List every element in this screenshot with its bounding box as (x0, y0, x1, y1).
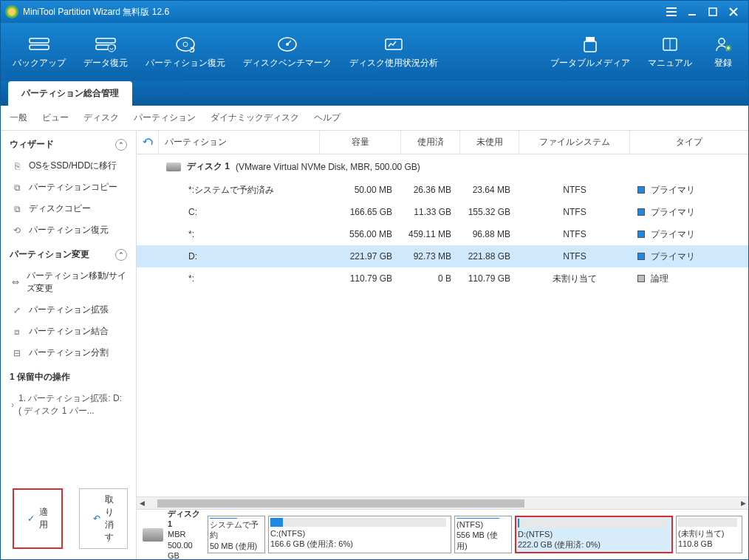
svg-rect-2 (30, 45, 49, 49)
col-filesystem[interactable]: ファイルシステム (519, 131, 630, 154)
main-toolbar: バックアップ データ復元 パーティション復元 ディスクベンチマーク ディスク使用… (1, 23, 748, 81)
bootable-media-button[interactable]: ブータブルメディア (541, 30, 639, 74)
type-color-icon (637, 186, 645, 194)
col-unused[interactable]: 未使用 (460, 131, 519, 154)
register-button[interactable]: 登録 (701, 30, 745, 74)
merge-icon: ⧈ (11, 326, 23, 338)
svg-rect-3 (96, 38, 115, 43)
sidebar-disk-copy[interactable]: ⧉ディスクコピー (1, 198, 136, 219)
partition-row[interactable]: D:221.97 GB92.73 MB221.88 GBNTFSプライマリ (137, 245, 748, 267)
arrow-icon: › (11, 400, 14, 410)
app-logo-icon (5, 5, 18, 18)
data-recovery-button[interactable]: データ復元 (75, 30, 137, 74)
svg-point-5 (108, 44, 115, 52)
diskmap-block[interactable]: (NTFS)556 MB (使用) (454, 516, 512, 553)
resize-icon: ⇔ (11, 276, 21, 288)
recovery-icon: ⟲ (11, 225, 23, 236)
sidebar-move-resize[interactable]: ⇔パーティション移動/サイズ変更 (1, 265, 136, 299)
grid-header: パーティション 容量 使用済 未使用 ファイルシステム タイプ (137, 131, 748, 154)
extend-icon: ⤢ (11, 304, 23, 316)
col-capacity[interactable]: 容量 (320, 131, 401, 154)
sidebar-extend[interactable]: ⤢パーティション拡張 (1, 299, 136, 321)
menu-icon[interactable] (661, 4, 682, 19)
apply-button[interactable]: ✓適用 (13, 488, 63, 549)
scroll-left-icon[interactable]: ◀ (137, 498, 147, 508)
manual-button[interactable]: マニュアル (639, 30, 701, 74)
check-icon: ✓ (27, 513, 35, 524)
svg-point-14 (719, 38, 725, 44)
col-type[interactable]: タイプ (630, 131, 748, 154)
chevron-up-icon: ⌃ (115, 249, 127, 261)
book-icon (659, 35, 681, 54)
split-icon: ⊟ (11, 347, 23, 359)
sidebar-merge[interactable]: ⧈パーティション結合 (1, 321, 136, 342)
partition-row[interactable]: C:166.65 GB11.33 GB155.32 GBNTFSプライマリ (137, 201, 748, 223)
disk-row[interactable]: ディスク 1 (VMware Virtual NVMe Disk, MBR, 5… (137, 154, 748, 179)
sidebar-partition-recovery[interactable]: ⟲パーティション復元 (1, 219, 136, 241)
backup-icon (28, 35, 50, 54)
menu-general[interactable]: 一般 (10, 112, 27, 124)
menu-help[interactable]: ヘルプ (314, 112, 341, 124)
svg-rect-1 (30, 38, 49, 43)
sidebar-partition-copy[interactable]: ⧉パーティションコピー (1, 177, 136, 198)
main-panel: パーティション 容量 使用済 未使用 ファイルシステム タイプ ディスク 1 (… (136, 131, 748, 559)
diskmap-block[interactable]: システムで予約50 MB (使用) (208, 516, 265, 553)
diskmap-block[interactable]: D:(NTFS)222.0 GB (使用済: 0%) (515, 516, 673, 553)
partition-recovery-icon (174, 35, 196, 54)
scroll-right-icon[interactable]: ▶ (738, 498, 748, 508)
menu-dynamic-disk[interactable]: ダイナミックディスク (211, 112, 299, 124)
col-used[interactable]: 使用済 (401, 131, 460, 154)
type-color-icon (637, 231, 645, 238)
type-color-icon (637, 253, 645, 260)
menu-disk[interactable]: ディスク (83, 112, 119, 124)
tab-strip: パーティション総合管理 (1, 81, 748, 106)
partition-recovery-button[interactable]: パーティション復元 (137, 30, 234, 74)
sidebar-migrate-os[interactable]: ⎘OSをSSD/HDDに移行 (1, 155, 136, 177)
disk-usage-button[interactable]: ディスク使用状況分析 (341, 30, 447, 74)
svg-rect-11 (586, 37, 595, 41)
pending-operation[interactable]: ›1. パーティション拡張: D: ( ディスク 1 パー... (1, 388, 136, 422)
benchmark-button[interactable]: ディスクベンチマーク (234, 30, 341, 74)
svg-point-9 (286, 43, 289, 46)
partition-row[interactable]: *:110.79 GB0 B110.79 GB未割り当て論理 (137, 267, 748, 290)
type-color-icon (637, 275, 645, 282)
undo-icon: ↶ (93, 513, 100, 524)
type-color-icon (637, 208, 645, 216)
sidebar: ウィザード⌃ ⎘OSをSSD/HDDに移行 ⧉パーティションコピー ⧉ディスクコ… (1, 131, 136, 559)
disk-usage-icon (383, 35, 405, 54)
chevron-up-icon: ⌃ (115, 139, 127, 151)
user-plus-icon (712, 35, 734, 54)
disk-icon (166, 163, 181, 171)
menu-partition[interactable]: パーティション (134, 112, 196, 124)
scroll-thumb[interactable] (157, 499, 524, 508)
backup-button[interactable]: バックアップ (4, 30, 75, 74)
refresh-button[interactable] (137, 131, 159, 154)
svg-rect-0 (709, 8, 716, 16)
migrate-icon: ⎘ (11, 160, 23, 172)
change-header[interactable]: パーティション変更⌃ (1, 241, 136, 265)
disk-icon (143, 528, 163, 542)
wizard-header[interactable]: ウィザード⌃ (1, 131, 136, 155)
diskmap-block[interactable]: C:(NTFS)166.6 GB (使用済: 6%) (268, 516, 451, 553)
menubar: 一般 ビュー ディスク パーティション ダイナミックディスク ヘルプ (1, 106, 748, 131)
diskmap-label: ディスク 1MBR500.00 GB (143, 516, 205, 553)
benchmark-icon (276, 35, 298, 54)
undo-button[interactable]: ↶取り消す (79, 488, 128, 549)
partition-row[interactable]: *:556.00 MB459.11 MB96.88 MBNTFSプライマリ (137, 223, 748, 245)
partition-row[interactable]: *:システムで予約済み50.00 MB26.36 MB23.64 MBNTFSプ… (137, 179, 748, 201)
titlebar: MiniTool Partition Wizard 無料版 12.6 (1, 1, 748, 23)
horizontal-scrollbar[interactable]: ◀ ▶ (137, 496, 748, 509)
tab-partition-management[interactable]: パーティション総合管理 (8, 81, 132, 106)
data-recovery-icon (95, 35, 117, 54)
diskmap-block[interactable]: (未割り当て)110.8 GB (676, 516, 742, 553)
sidebar-split[interactable]: ⊟パーティション分割 (1, 342, 136, 363)
usb-icon (579, 35, 601, 54)
copy-icon: ⧉ (11, 182, 23, 194)
svg-rect-12 (584, 41, 596, 52)
close-button[interactable] (723, 4, 744, 19)
maximize-button[interactable] (702, 4, 723, 19)
menu-view[interactable]: ビュー (42, 112, 69, 124)
col-partition[interactable]: パーティション (159, 131, 320, 154)
minimize-button[interactable] (682, 4, 702, 19)
window-title: MiniTool Partition Wizard 無料版 12.6 (23, 6, 661, 18)
